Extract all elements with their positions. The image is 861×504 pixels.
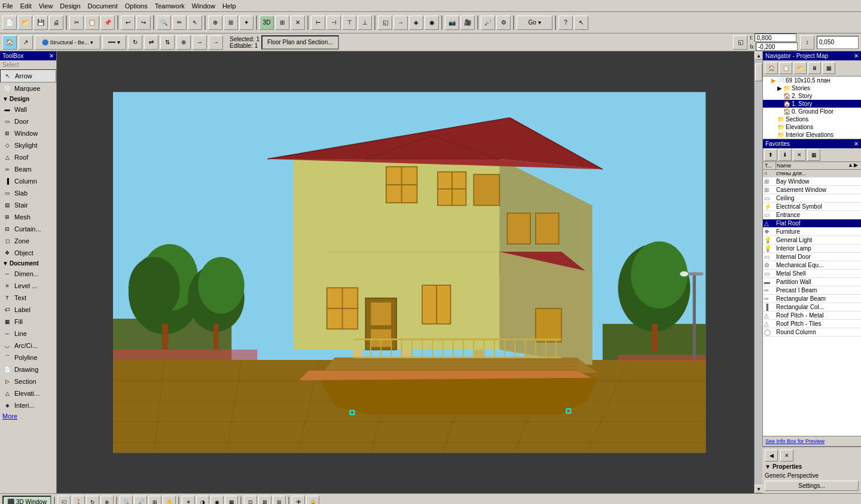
scroll-up-button[interactable]: ▲ [755,51,762,60]
cut-button[interactable]: ✂ [69,16,84,30]
move-btn[interactable]: → [209,35,223,50]
fav-item-interior-lamp[interactable]: 💡 Interior Lamp [763,245,861,253]
fav-item-mechanical[interactable]: ⚙ Mechanical Equ... [763,261,861,270]
floor-icon-btn[interactable]: 🏠 [2,35,17,50]
align-r[interactable]: ⊤ [342,16,356,30]
zoom-out-btn[interactable]: 🔎 [134,496,147,505]
settings-tb[interactable]: ⚙ [496,16,511,30]
shadow-btn[interactable]: ◑ [196,496,209,505]
fav-item-entrance[interactable]: ▭ Entrance [763,211,861,219]
props-back-icon[interactable]: ◀ [765,450,778,462]
snap-button[interactable]: ⊕ [208,16,222,30]
pointer-button[interactable]: ↖ [188,16,202,30]
fav-btn-3[interactable]: ✕ [793,149,806,161]
sun-btn[interactable]: ☀ [182,496,195,505]
flip-btn[interactable]: ⇄ [144,35,158,50]
print-button[interactable]: 🖨 [49,16,63,30]
orbit-btn[interactable]: ⊕ [100,496,114,505]
tree-item-interior-elev[interactable]: 📁 Interior Elevations [763,131,861,139]
toolbox-section[interactable]: ▷ Section [0,375,56,387]
menu-options[interactable]: Options [125,2,148,10]
fav-item-roof-tiles[interactable]: △ Roof Pitch - Tiles [763,320,861,328]
menu-teamwork[interactable]: Teamwork [155,2,185,10]
menu-design[interactable]: Design [60,2,80,10]
favorites-close-icon[interactable]: ✕ [854,140,859,147]
fav-item-roof-metal[interactable]: △ Roof Pitch - Metal [763,311,861,320]
fav-item-steny[interactable]: ≡ стены для... [763,170,861,178]
view-arrow[interactable]: → [393,16,408,30]
tree-item-project[interactable]: ▶ 📄 69 10x10,5 план [763,77,861,84]
zoom2-btn[interactable]: ⊕ [176,35,191,50]
see-info-link[interactable]: See Info Box for Preview [763,436,861,446]
render-btn[interactable]: ◉ [425,16,439,30]
right-coord-input[interactable] [817,36,859,49]
toolbox-object[interactable]: ❖ Object [0,247,56,259]
camera-button[interactable]: 📷 [445,16,459,30]
fav-sort2-icon[interactable]: ▶ [854,162,860,169]
fav-btn-1[interactable]: ⬆ [764,149,777,161]
toolbox-dimen[interactable]: ↔ Dimen... [0,268,56,280]
toolbox-curtain[interactable]: ⊟ Curtain... [0,223,56,235]
toolbox-beam[interactable]: ═ Beam [0,163,56,175]
3d-icon-btn[interactable]: ◱ [733,35,747,50]
new-button[interactable]: 📄 [2,16,17,30]
canvas-area[interactable]: ▲ ▼ [57,51,762,493]
toolbox-zone[interactable]: ◻ Zone [0,235,56,247]
toolbox-fill[interactable]: ▦ Fill [0,316,56,328]
align-c[interactable]: ⊣ [326,16,341,30]
menu-view[interactable]: View [39,2,53,10]
redo-button[interactable]: ↪ [136,16,151,30]
lock-btn[interactable]: 🔒 [306,496,319,505]
pointer2-tb[interactable]: ↖ [574,16,588,30]
fit-btn[interactable]: ⊞ [148,496,161,505]
rotate3d-btn[interactable]: ↻ [86,496,99,505]
align-t[interactable]: ⊥ [358,16,372,30]
tree-item-stories[interactable]: ▶ 📁 Stories [763,84,861,92]
nav-btn-5[interactable]: ▦ [822,62,835,74]
fav-item-rect-col[interactable]: ▐ Rectangular Col... [763,303,861,311]
3d-button[interactable]: 3D [259,16,274,30]
copy-button[interactable]: 📋 [85,16,99,30]
fav-item-bay-window[interactable]: ⊞ Bay Window [763,178,861,186]
align-l[interactable]: ⊢ [311,16,325,30]
toolbox-design-section[interactable]: ▼ Design [0,94,56,103]
toolbox-interior[interactable]: ◈ Interi... [0,399,56,411]
tree-item-sections[interactable]: 📁 Sections [763,115,861,123]
toolbox-drawing[interactable]: 📄 Drawing [0,364,56,375]
go-button[interactable]: Go ▾ [517,16,552,30]
fav-item-metal-shell[interactable]: ▭ Metal Shell [763,270,861,278]
fav-item-general-light[interactable]: 💡 General Light [763,236,861,245]
view-full[interactable]: ◱ [378,16,392,30]
rotate-btn[interactable]: ↻ [128,35,142,50]
pencil-button[interactable]: ✏ [172,16,187,30]
vertical-scrollbar[interactable]: ▲ ▼ [754,51,762,493]
menu-file[interactable]: File [2,2,13,10]
toolbox-mesh[interactable]: ⊞ Mesh [0,211,56,223]
fav-item-round-col[interactable]: ◯ Round Column [763,328,861,337]
3d-window-mode-btn[interactable]: ⬛ 3D Window [2,496,51,505]
menu-edit[interactable]: Edit [20,2,32,10]
b-input[interactable] [756,42,798,51]
scroll-thumb[interactable] [755,63,762,81]
tree-item-elevations[interactable]: 📁 Elevations [763,123,861,131]
toolbox-text[interactable]: T Text [0,292,56,304]
magic-button[interactable]: ✦ [239,16,254,30]
close-x-button[interactable]: ✕ [291,16,305,30]
toolbox-arrow[interactable]: ↖ Arrow [0,69,56,83]
render-mode-btn[interactable]: ◉ [210,496,224,505]
guide-button[interactable]: ⊞ [224,16,238,30]
grid-button[interactable]: ⊞ [275,16,289,30]
toolbox-slab[interactable]: ▭ Slab [0,187,56,199]
zoom-in-btn[interactable]: 🔍 [120,496,133,505]
settings-button[interactable]: Settings... [765,481,859,491]
fav-btn-2[interactable]: ⬇ [778,149,792,161]
menu-document[interactable]: Document [88,2,118,10]
props-close-icon[interactable]: ✕ [780,450,793,462]
tree-item-story2[interactable]: 🏠 2. Story [763,92,861,100]
nav-btn-4[interactable]: 🖥 [808,62,821,74]
menu-help[interactable]: Help [222,2,236,10]
nav-btn-3[interactable]: 📂 [793,62,807,74]
toolbox-more[interactable]: More [0,411,56,421]
zoom-button[interactable]: 🔎 [481,16,495,30]
fav-item-rect-beam[interactable]: ═ Rectangular Beam [763,295,861,303]
